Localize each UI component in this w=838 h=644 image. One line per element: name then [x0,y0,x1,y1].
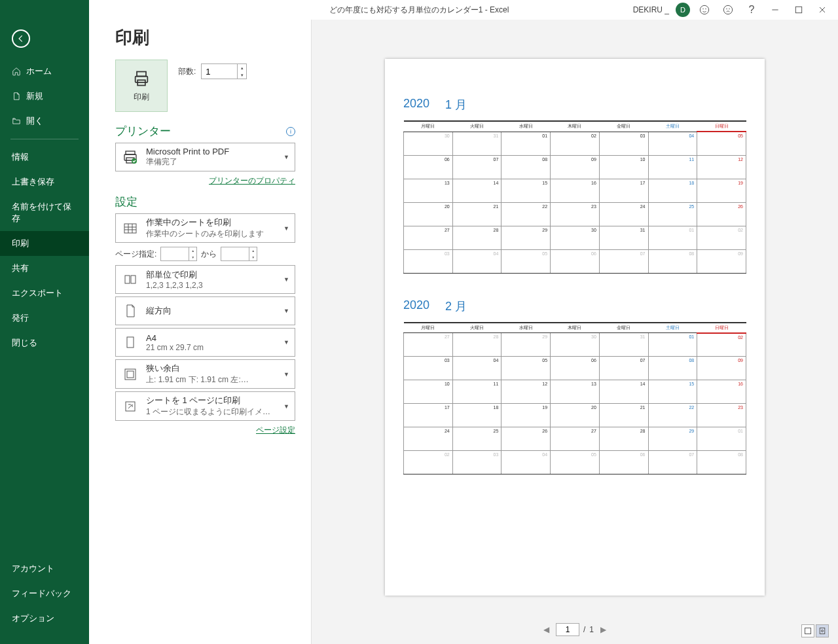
page-total: 1 [589,625,594,634]
svg-rect-10 [137,71,146,76]
sidebar-item-5[interactable]: エクスポート [0,281,89,306]
page-range-label: ページ指定: [115,249,156,260]
show-margins-button[interactable] [801,624,814,637]
svg-point-1 [703,9,704,9]
sidebar-item-7[interactable]: 閉じる [0,331,89,355]
minimize-icon[interactable] [766,1,784,19]
maximize-icon[interactable] [790,1,808,19]
svg-point-0 [700,5,708,14]
chevron-down-icon: ▼ [283,339,289,346]
collate-icon [121,270,139,289]
scaling-dropdown[interactable]: シートを 1 ページに印刷 1 ページに収まるように印刷イメ… ▼ [115,391,295,421]
sidebar-item-0[interactable]: アカウント [0,556,89,581]
portrait-icon [121,302,139,320]
page-title: 印刷 [115,26,295,49]
svg-rect-29 [820,628,825,634]
copies-input[interactable]: 1 ▲▼ [201,63,247,79]
zoom-to-page-button[interactable] [816,624,829,637]
scaling-icon [121,397,139,416]
range-sep: から [201,249,217,260]
copies-value: 1 [206,67,210,77]
preview-area: 20201 月月曜日火曜日水曜日木曜日金曜日土曜日日曜日303101020304… [312,20,838,644]
sidebar-item-2[interactable]: オプション [0,606,89,631]
chevron-down-icon: ▼ [283,308,289,314]
print-button-label: 印刷 [134,92,149,103]
close-icon[interactable] [813,1,831,19]
page-sep: / [583,625,585,634]
sidebar-item-0[interactable]: 情報 [0,145,89,170]
back-button[interactable] [12,29,30,48]
printer-section-header: プリンター i [115,124,295,139]
svg-rect-13 [126,151,135,154]
settings-panel: 印刷 印刷 部数: 1 ▲▼ プリンター i Microsoft [89,20,312,644]
svg-rect-7 [795,7,801,12]
smile-icon[interactable] [695,1,714,19]
print-what-dropdown[interactable]: 作業中のシートを印刷 作業中のシートのみを印刷します ▼ [115,213,295,243]
page-number-input[interactable] [556,623,579,636]
sidebar-item-0[interactable]: ホーム [0,59,89,84]
svg-rect-26 [127,371,134,378]
chevron-down-icon: ▼ [283,225,289,232]
collate-dropdown[interactable]: 部単位で印刷 1,2,3 1,2,3 1,2,3 ▼ [115,265,295,294]
info-icon[interactable]: i [286,127,295,136]
sheet-icon [121,219,139,238]
svg-point-3 [723,5,732,14]
sidebar-item-2[interactable]: 名前を付けて保存 [0,194,89,231]
printer-status: 準備完了 [146,156,277,168]
title-bar: どの年度にも対応する月単位のカレンダー1 - Excel DEKIRU _ D … [0,0,838,20]
svg-point-4 [727,9,727,9]
svg-point-5 [729,9,730,9]
margins-dropdown[interactable]: 狭い余白 上: 1.91 cm 下: 1.91 cm 左:… ▼ [115,359,295,389]
sidebar-item-4[interactable]: 共有 [0,256,89,281]
window-title: どの年度にも対応する月単位のカレンダー1 - Excel [329,5,509,16]
printer-properties-link[interactable]: プリンターのプロパティ [209,176,295,185]
settings-section-header: 設定 [115,194,295,209]
avatar[interactable]: D [676,3,690,17]
printer-dropdown[interactable]: Microsoft Print to PDF 準備完了 ▼ [115,143,295,171]
user-name: DEKIRU _ [633,5,669,14]
svg-point-2 [706,9,706,9]
printer-name: Microsoft Print to PDF [146,147,277,156]
chevron-down-icon: ▼ [283,403,289,410]
page-setup-link[interactable]: ページ設定 [256,425,295,435]
paper-icon [121,333,139,351]
frown-icon[interactable] [719,1,737,19]
svg-rect-23 [131,276,136,283]
help-icon[interactable]: ? [742,1,761,19]
chevron-down-icon: ▼ [283,276,289,283]
print-button[interactable]: 印刷 [115,60,168,112]
sidebar-item-2[interactable]: 開く [0,109,89,134]
svg-rect-22 [125,276,130,283]
svg-point-30 [822,630,824,632]
preview-nav: ◀ / 1 ▶ [541,623,609,636]
page-from-input[interactable]: ▲▼ [160,247,197,261]
prev-page-button[interactable]: ◀ [541,625,552,634]
printer-icon [121,148,139,166]
sidebar-item-3[interactable]: 印刷 [0,231,89,256]
svg-rect-28 [805,628,811,634]
copies-down[interactable]: ▼ [238,71,246,79]
svg-rect-17 [124,224,136,233]
page-to-input[interactable]: ▲▼ [221,247,257,261]
svg-rect-25 [125,369,136,380]
sidebar: ホーム新規開く 情報上書き保存名前を付けて保存印刷共有エクスポート発行閉じる ア… [0,0,89,644]
sidebar-item-1[interactable]: 上書き保存 [0,170,89,194]
sidebar-item-1[interactable]: フィードバック [0,581,89,606]
preview-page: 20201 月月曜日火曜日水曜日木曜日金曜日土曜日日曜日303101020304… [385,59,765,596]
copies-label: 部数: [178,66,196,77]
copies-up[interactable]: ▲ [238,64,246,71]
sidebar-item-6[interactable]: 発行 [0,306,89,331]
orientation-dropdown[interactable]: 縦方向 ▼ [115,296,295,325]
margins-icon [121,365,139,384]
sidebar-item-1[interactable]: 新規 [0,84,89,109]
paper-size-dropdown[interactable]: A4 21 cm x 29.7 cm ▼ [115,328,295,357]
sidebar-divider [10,139,79,139]
svg-rect-24 [127,337,134,348]
chevron-down-icon: ▼ [283,371,289,378]
next-page-button[interactable]: ▶ [598,625,609,634]
chevron-down-icon: ▼ [283,154,289,160]
